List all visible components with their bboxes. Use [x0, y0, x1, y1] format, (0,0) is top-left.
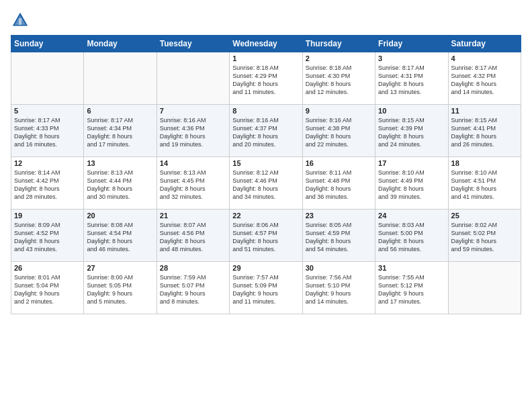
day-number: 29 [232, 264, 299, 272]
calendar-day-cell: 15Sunrise: 8:12 AM Sunset: 4:46 PM Dayli… [230, 157, 302, 210]
day-info: Sunrise: 8:18 AM Sunset: 4:29 PM Dayligh… [232, 64, 299, 97]
day-number: 10 [378, 107, 445, 115]
weekday-header: Saturday [448, 36, 521, 52]
calendar-day-cell: 28Sunrise: 7:59 AM Sunset: 5:07 PM Dayli… [157, 262, 229, 314]
day-number: 21 [160, 212, 226, 220]
logo-icon [11, 11, 30, 30]
day-info: Sunrise: 8:00 AM Sunset: 5:05 PM Dayligh… [87, 273, 153, 306]
day-info: Sunrise: 8:09 AM Sunset: 4:52 PM Dayligh… [14, 221, 81, 254]
day-number: 24 [378, 212, 445, 220]
day-number: 14 [160, 159, 226, 167]
day-number: 13 [87, 159, 153, 167]
calendar-day-cell [11, 52, 84, 105]
calendar-day-cell: 17Sunrise: 8:10 AM Sunset: 4:49 PM Dayli… [375, 157, 448, 210]
day-info: Sunrise: 8:06 AM Sunset: 4:57 PM Dayligh… [232, 221, 299, 254]
calendar-day-cell: 30Sunrise: 7:56 AM Sunset: 5:10 PM Dayli… [302, 262, 375, 314]
day-number: 12 [14, 159, 81, 167]
day-info: Sunrise: 8:15 AM Sunset: 4:41 PM Dayligh… [451, 116, 518, 149]
day-info: Sunrise: 8:17 AM Sunset: 4:34 PM Dayligh… [87, 116, 153, 149]
calendar-day-cell: 9Sunrise: 8:16 AM Sunset: 4:38 PM Daylig… [302, 105, 375, 157]
calendar-day-cell: 6Sunrise: 8:17 AM Sunset: 4:34 PM Daylig… [84, 105, 157, 157]
calendar-week-row: 5Sunrise: 8:17 AM Sunset: 4:33 PM Daylig… [11, 105, 521, 157]
weekday-header: Friday [375, 36, 448, 52]
calendar-day-cell: 10Sunrise: 8:15 AM Sunset: 4:39 PM Dayli… [375, 105, 448, 157]
calendar-day-cell: 27Sunrise: 8:00 AM Sunset: 5:05 PM Dayli… [84, 262, 157, 314]
calendar-day-cell: 19Sunrise: 8:09 AM Sunset: 4:52 PM Dayli… [11, 210, 84, 262]
day-info: Sunrise: 8:17 AM Sunset: 4:31 PM Dayligh… [378, 64, 445, 97]
calendar-day-cell: 13Sunrise: 8:13 AM Sunset: 4:44 PM Dayli… [84, 157, 157, 210]
day-number: 5 [14, 107, 81, 115]
day-info: Sunrise: 7:57 AM Sunset: 5:09 PM Dayligh… [232, 273, 299, 306]
calendar-day-cell: 22Sunrise: 8:06 AM Sunset: 4:57 PM Dayli… [230, 210, 302, 262]
weekday-header: Thursday [302, 36, 375, 52]
day-number: 27 [87, 264, 153, 272]
day-info: Sunrise: 8:08 AM Sunset: 4:54 PM Dayligh… [87, 221, 153, 254]
day-info: Sunrise: 8:10 AM Sunset: 4:51 PM Dayligh… [451, 169, 518, 201]
calendar-day-cell [157, 52, 229, 105]
calendar-day-cell: 21Sunrise: 8:07 AM Sunset: 4:56 PM Dayli… [157, 210, 229, 262]
calendar-week-row: 1Sunrise: 8:18 AM Sunset: 4:29 PM Daylig… [11, 52, 521, 105]
calendar-day-cell: 23Sunrise: 8:05 AM Sunset: 4:59 PM Dayli… [302, 210, 375, 262]
calendar-day-cell: 26Sunrise: 8:01 AM Sunset: 5:04 PM Dayli… [11, 262, 84, 314]
day-info: Sunrise: 8:11 AM Sunset: 4:48 PM Dayligh… [306, 169, 372, 201]
day-info: Sunrise: 8:17 AM Sunset: 4:33 PM Dayligh… [14, 116, 81, 149]
calendar-week-row: 12Sunrise: 8:14 AM Sunset: 4:42 PM Dayli… [11, 157, 521, 210]
calendar-day-cell: 20Sunrise: 8:08 AM Sunset: 4:54 PM Dayli… [84, 210, 157, 262]
day-number: 17 [378, 159, 445, 167]
day-info: Sunrise: 8:02 AM Sunset: 5:02 PM Dayligh… [451, 221, 518, 254]
day-number: 23 [306, 212, 372, 220]
day-info: Sunrise: 8:01 AM Sunset: 5:04 PM Dayligh… [14, 273, 81, 306]
calendar-day-cell: 16Sunrise: 8:11 AM Sunset: 4:48 PM Dayli… [302, 157, 375, 210]
calendar-day-cell: 12Sunrise: 8:14 AM Sunset: 4:42 PM Dayli… [11, 157, 84, 210]
calendar-week-row: 26Sunrise: 8:01 AM Sunset: 5:04 PM Dayli… [11, 262, 521, 314]
weekday-header: Wednesday [230, 36, 302, 52]
day-number: 25 [451, 212, 518, 220]
day-number: 3 [378, 54, 445, 62]
calendar-day-cell: 29Sunrise: 7:57 AM Sunset: 5:09 PM Dayli… [230, 262, 302, 314]
day-info: Sunrise: 8:13 AM Sunset: 4:44 PM Dayligh… [87, 169, 153, 201]
svg-rect-2 [19, 18, 21, 25]
day-number: 4 [451, 54, 518, 62]
day-info: Sunrise: 8:05 AM Sunset: 4:59 PM Dayligh… [306, 221, 372, 254]
page-container: SundayMondayTuesdayWednesdayThursdayFrid… [0, 0, 532, 411]
day-number: 8 [232, 107, 299, 115]
day-number: 9 [306, 107, 372, 115]
day-info: Sunrise: 8:13 AM Sunset: 4:45 PM Dayligh… [160, 169, 226, 201]
day-info: Sunrise: 8:10 AM Sunset: 4:49 PM Dayligh… [378, 169, 445, 201]
calendar-header-row: SundayMondayTuesdayWednesdayThursdayFrid… [11, 36, 521, 52]
logo [11, 11, 32, 30]
calendar-day-cell: 11Sunrise: 8:15 AM Sunset: 4:41 PM Dayli… [448, 105, 521, 157]
day-info: Sunrise: 8:12 AM Sunset: 4:46 PM Dayligh… [232, 169, 299, 201]
day-number: 31 [378, 264, 445, 272]
calendar-day-cell: 24Sunrise: 8:03 AM Sunset: 5:00 PM Dayli… [375, 210, 448, 262]
day-info: Sunrise: 8:15 AM Sunset: 4:39 PM Dayligh… [378, 116, 445, 149]
day-number: 1 [232, 54, 299, 62]
calendar-day-cell: 14Sunrise: 8:13 AM Sunset: 4:45 PM Dayli… [157, 157, 229, 210]
calendar-day-cell: 8Sunrise: 8:16 AM Sunset: 4:37 PM Daylig… [230, 105, 302, 157]
day-number: 26 [14, 264, 81, 272]
calendar-day-cell: 4Sunrise: 8:17 AM Sunset: 4:32 PM Daylig… [448, 52, 521, 105]
day-number: 22 [232, 212, 299, 220]
day-number: 28 [160, 264, 226, 272]
day-info: Sunrise: 7:56 AM Sunset: 5:10 PM Dayligh… [306, 273, 372, 306]
calendar-day-cell: 25Sunrise: 8:02 AM Sunset: 5:02 PM Dayli… [448, 210, 521, 262]
calendar-table: SundayMondayTuesdayWednesdayThursdayFrid… [11, 35, 521, 314]
day-info: Sunrise: 8:16 AM Sunset: 4:37 PM Dayligh… [232, 116, 299, 149]
day-info: Sunrise: 7:59 AM Sunset: 5:07 PM Dayligh… [160, 273, 226, 306]
day-info: Sunrise: 8:16 AM Sunset: 4:36 PM Dayligh… [160, 116, 226, 149]
calendar-day-cell [448, 262, 521, 314]
header [11, 11, 521, 30]
day-number: 16 [306, 159, 372, 167]
weekday-header: Sunday [11, 36, 84, 52]
day-info: Sunrise: 8:18 AM Sunset: 4:30 PM Dayligh… [306, 64, 372, 97]
calendar-day-cell: 31Sunrise: 7:55 AM Sunset: 5:12 PM Dayli… [375, 262, 448, 314]
day-number: 11 [451, 107, 518, 115]
calendar-day-cell: 5Sunrise: 8:17 AM Sunset: 4:33 PM Daylig… [11, 105, 84, 157]
calendar-day-cell: 3Sunrise: 8:17 AM Sunset: 4:31 PM Daylig… [375, 52, 448, 105]
calendar-day-cell: 18Sunrise: 8:10 AM Sunset: 4:51 PM Dayli… [448, 157, 521, 210]
day-number: 30 [306, 264, 372, 272]
day-info: Sunrise: 8:14 AM Sunset: 4:42 PM Dayligh… [14, 169, 81, 201]
day-number: 2 [306, 54, 372, 62]
calendar-day-cell: 2Sunrise: 8:18 AM Sunset: 4:30 PM Daylig… [302, 52, 375, 105]
weekday-header: Monday [84, 36, 157, 52]
